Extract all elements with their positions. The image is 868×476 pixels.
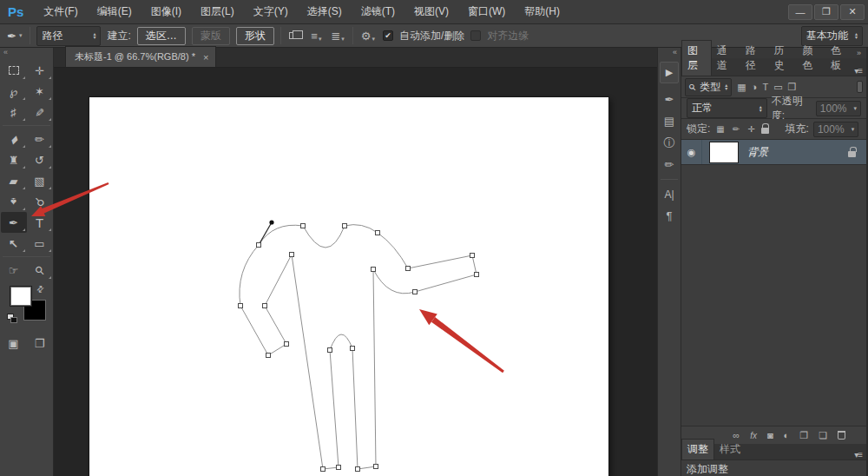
- filter-shape-layers-icon[interactable]: ▭: [773, 82, 782, 93]
- auto-add-delete-checkbox[interactable]: ✔: [383, 30, 393, 41]
- filter-smart-objects-icon[interactable]: ❒: [788, 82, 797, 93]
- layer-style-button[interactable]: fx: [750, 431, 757, 440]
- menu-view[interactable]: 视图(V): [404, 0, 458, 24]
- make-shape-button[interactable]: 形状: [236, 27, 274, 45]
- menu-select[interactable]: 选择(S): [298, 0, 352, 24]
- zoom-tool[interactable]: ⚲: [27, 260, 53, 281]
- close-button[interactable]: ✕: [840, 4, 865, 20]
- panel-dock: » 图层 通道 路径 历史 颜色 色板 ▾≡ ⚲ 类型 ▴▾ ▦ ◑ T ▭: [681, 48, 868, 476]
- document-canvas[interactable]: [89, 97, 608, 476]
- blur-tool[interactable]: ♠: [1, 191, 27, 212]
- path-selection-tool[interactable]: ↖: [1, 233, 27, 254]
- type-tool[interactable]: T: [27, 212, 53, 233]
- document-tab[interactable]: 未标题-1 @ 66.7%(RGB/8) * ×: [65, 46, 216, 67]
- path-arrangement-button[interactable]: ≣▾: [329, 30, 345, 43]
- tab-styles[interactable]: 样式: [714, 440, 746, 459]
- spot-healing-brush-tool[interactable]: ▰: [1, 129, 27, 149]
- properties-panel-button[interactable]: ▤: [658, 110, 681, 132]
- panel-menu-icon[interactable]: ▾≡: [854, 450, 866, 459]
- swap-colors-icon[interactable]: ⇄: [34, 283, 46, 295]
- tab-color[interactable]: 颜色: [797, 41, 825, 76]
- lasso-tool[interactable]: ℘: [1, 81, 27, 102]
- rectangular-marquee-tool[interactable]: [1, 60, 27, 81]
- tab-channels[interactable]: 通道: [712, 41, 740, 76]
- menu-window[interactable]: 窗口(W): [458, 0, 515, 24]
- properties-icon: ▤: [664, 115, 674, 128]
- lock-position-icon[interactable]: ✛: [746, 124, 756, 134]
- tab-history[interactable]: 历史: [769, 41, 798, 76]
- paragraph-panel-button[interactable]: ¶: [658, 205, 681, 227]
- tab-layers[interactable]: 图层: [681, 40, 712, 76]
- blend-mode-select[interactable]: 正常 ▴▾: [687, 98, 767, 118]
- dodge-tool[interactable]: ⚲: [27, 191, 53, 212]
- menu-help[interactable]: 帮助(H): [515, 0, 569, 24]
- lock-image-pixels-icon[interactable]: ✏: [731, 124, 741, 134]
- brush-tool[interactable]: ✏: [27, 129, 53, 149]
- tool-presets-panel-button[interactable]: ✒: [658, 89, 681, 110]
- eyedropper-tool[interactable]: ✎: [27, 102, 53, 122]
- type-icon: T: [36, 215, 43, 230]
- tool-mode-select[interactable]: 路径 ▴▾: [36, 26, 101, 46]
- path-operations-button[interactable]: ▾: [287, 32, 304, 39]
- tab-swatches[interactable]: 色板: [825, 41, 854, 76]
- magic-wand-tool[interactable]: ✶: [27, 81, 53, 102]
- new-layer-button[interactable]: ❏: [819, 430, 827, 441]
- default-colors-icon[interactable]: [7, 314, 17, 323]
- paint-bucket-icon: ▧: [34, 175, 44, 188]
- filter-type-layers-icon[interactable]: T: [762, 82, 768, 92]
- tab-adjustments[interactable]: 调整: [681, 439, 714, 459]
- make-selection-button[interactable]: 选区…: [137, 27, 186, 45]
- filter-pixel-layers-icon[interactable]: ▦: [737, 82, 746, 93]
- brush-presets-panel-button[interactable]: ✏: [658, 154, 681, 175]
- crop-tool[interactable]: ♯: [1, 102, 27, 122]
- chevron-down-icon: ▾: [853, 105, 857, 112]
- rectangle-tool[interactable]: ▭: [27, 233, 53, 254]
- panel-menu-icon[interactable]: ▾≡: [854, 66, 866, 76]
- menu-edit[interactable]: 编辑(E): [88, 0, 141, 24]
- minimize-button[interactable]: —: [788, 4, 812, 20]
- layer-row-background[interactable]: ◉ 背景: [681, 140, 866, 165]
- menu-type[interactable]: 文字(Y): [244, 0, 298, 24]
- clone-stamp-tool[interactable]: ♜: [1, 149, 27, 170]
- filter-adjustment-layers-icon[interactable]: ◑: [752, 82, 758, 92]
- menu-file[interactable]: 文件(F): [34, 0, 87, 24]
- actions-panel-button[interactable]: ▶: [660, 62, 679, 83]
- divider: [3, 256, 50, 257]
- quick-mask-button[interactable]: ▣: [1, 333, 27, 354]
- delete-layer-button[interactable]: [838, 431, 845, 440]
- foreground-color-swatch[interactable]: [10, 286, 32, 307]
- dock-collapse[interactable]: «: [673, 48, 681, 59]
- history-brush-tool[interactable]: ↺: [27, 149, 53, 170]
- layer-thumbnail[interactable]: [709, 142, 739, 163]
- maximize-button[interactable]: ❐: [814, 4, 838, 20]
- filter-type-select[interactable]: ⚲ 类型 ▴▾: [685, 78, 732, 96]
- canvas-area: [54, 68, 657, 476]
- screen-mode-button[interactable]: ❐: [27, 333, 53, 354]
- pen-options-gear-button[interactable]: ⚙▾: [359, 30, 377, 43]
- character-icon: A|: [664, 188, 674, 201]
- lock-transparent-pixels-icon[interactable]: ▦: [714, 124, 726, 134]
- path-alignment-button[interactable]: ≡▾: [309, 30, 323, 43]
- menu-image[interactable]: 图像(I): [141, 0, 191, 24]
- layer-visibility-toggle[interactable]: ◉: [681, 140, 702, 164]
- layer-list-empty[interactable]: [681, 165, 866, 426]
- menu-layer[interactable]: 图层(L): [191, 0, 244, 24]
- eraser-tool[interactable]: ▰: [1, 170, 27, 191]
- tool-preset-picker[interactable]: ✒ ▾: [5, 30, 23, 43]
- character-panel-button[interactable]: A|: [658, 183, 681, 205]
- new-group-button[interactable]: ❐: [799, 430, 808, 441]
- pen-tool[interactable]: ✒: [1, 212, 27, 233]
- move-tool[interactable]: ✛: [27, 60, 53, 81]
- filter-toggle-switch[interactable]: [857, 81, 863, 93]
- add-layer-mask-button[interactable]: ◙: [767, 430, 773, 440]
- hand-tool[interactable]: ☞: [1, 260, 27, 281]
- lock-all-icon[interactable]: [761, 128, 769, 134]
- paint-bucket-tool[interactable]: ▧: [27, 170, 53, 191]
- new-adjustment-layer-button[interactable]: ◐: [784, 430, 790, 440]
- tab-close-icon[interactable]: ×: [203, 52, 208, 63]
- menu-filter[interactable]: 滤镜(T): [352, 0, 404, 24]
- info-panel-button[interactable]: ⓘ: [658, 132, 681, 154]
- panels-collapse[interactable]: »: [857, 49, 861, 57]
- tab-paths[interactable]: 路径: [740, 41, 769, 76]
- toolbar-collapse[interactable]: «: [0, 48, 53, 60]
